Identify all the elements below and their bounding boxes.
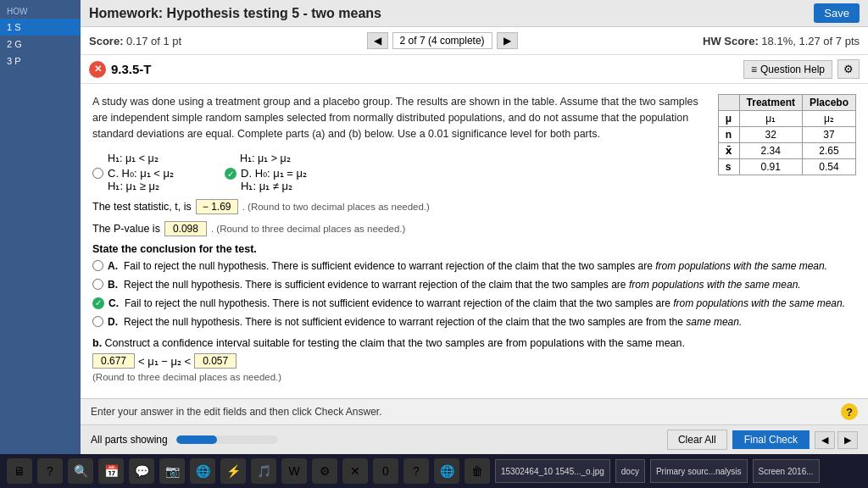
table-cell: 37: [802, 127, 855, 143]
header-bar: Homework: Hypothesis testing 5 - two mea…: [81, 0, 868, 27]
option-b-radio[interactable]: [92, 279, 103, 290]
option-b-letter: B.: [108, 278, 120, 292]
option-d-text: D. H₀: μ₁ = μ₂ H₁: μ₁ ≠ μ₂: [241, 167, 307, 192]
content-area: Treatment Placebo μ μ₁ μ₂ n 32 37: [81, 84, 868, 398]
spacer2: [225, 152, 236, 163]
question-help-button[interactable]: ≡ Question Help: [743, 60, 832, 79]
next-button[interactable]: ▶: [497, 32, 518, 49]
clear-all-button[interactable]: Clear All: [667, 430, 727, 450]
next-arrow-button[interactable]: ▶: [837, 431, 858, 449]
score-label: Score: 0.17 of 1 pt: [89, 35, 181, 47]
taskbar-icon-3[interactable]: 🔍: [68, 458, 93, 484]
taskbar-icon-16[interactable]: 🗑: [465, 458, 490, 484]
hypothesis-left-col: H₁: μ₁ < μ₂ C. H₀: μ₁ < μ₂ H₁: μ₁ ≥ μ₂: [92, 152, 191, 192]
all-parts-label: All parts showing: [91, 434, 168, 446]
all-parts-section: All parts showing: [91, 434, 278, 446]
sidebar-item-2[interactable]: 2 G: [0, 36, 81, 53]
taskbar-icon-12[interactable]: ✕: [342, 458, 368, 484]
option-d[interactable]: ✓ D. H₀: μ₁ = μ₂ H₁: μ₁ ≠ μ₂: [225, 167, 307, 192]
taskbar-icon-6[interactable]: 📷: [159, 458, 185, 484]
taskbar-item-doc-label: docy: [621, 467, 639, 476]
taskbar-icon-9[interactable]: 🎵: [251, 458, 276, 484]
conclusion-option-d[interactable]: D. Reject the null hypothesis. There is …: [92, 315, 856, 330]
taskbar-icon-2[interactable]: ?: [37, 458, 63, 484]
table-header-treatment: Treatment: [739, 95, 802, 111]
taskbar-icon-8[interactable]: ⚡: [220, 458, 246, 484]
hypothesis-right-col: H₁: μ₁ > μ₂ ✓ D. H₀: μ₁ = μ₂ H₁: μ₁ ≠ μ₂: [225, 152, 324, 192]
table-cell: 2.65: [802, 143, 855, 159]
taskbar-item-screen-label: Screen 2016...: [759, 467, 814, 476]
conclusion-option-c[interactable]: ✓ C. Fail to reject the null hypothesis.…: [92, 297, 856, 311]
ci-symbol: < μ₁ − μ₂ <: [138, 355, 191, 368]
option-c-text: C. H₀: μ₁ < μ₂ H₁: μ₁ ≥ μ₂: [108, 167, 174, 192]
ci-upper[interactable]: 0.057: [194, 353, 236, 369]
pvalue-value[interactable]: 0.098: [164, 221, 207, 236]
option-a-text: Fail to reject the null hypothesis. Ther…: [124, 259, 827, 274]
option-a-letter: A.: [108, 259, 120, 274]
pvalue-note: . (Round to three decimal places as need…: [211, 224, 406, 234]
data-table: Treatment Placebo μ μ₁ μ₂ n 32 37: [718, 94, 856, 175]
conclusion-option-a[interactable]: A. Fail to reject the null hypothesis. T…: [92, 259, 856, 274]
progress-bar: [176, 435, 278, 444]
gear-button[interactable]: ⚙: [837, 59, 860, 79]
taskbar-icon-10[interactable]: W: [281, 458, 307, 484]
h1-upper-text: H₁: μ₁ < μ₂: [108, 152, 159, 164]
prev-arrow-button[interactable]: ◀: [815, 431, 835, 449]
footer-bar: Enter your answer in the edit fields and…: [81, 398, 868, 424]
test-statistic-line: The test statistic, t, is − 1.69 . (Roun…: [92, 199, 856, 214]
table-header-empty: [718, 95, 739, 111]
option-d-conclusion-letter: D.: [108, 315, 120, 330]
save-button[interactable]: Save: [814, 3, 860, 23]
taskbar-item-primary[interactable]: Primary sourc...nalysis: [650, 459, 748, 483]
taskbar-icon-5[interactable]: 💬: [129, 458, 154, 484]
option-c-conclusion-letter: C.: [108, 297, 120, 311]
table-cell: n: [718, 127, 739, 143]
taskbar-icon-13[interactable]: 0: [373, 458, 398, 484]
option-a-radio[interactable]: [92, 260, 103, 271]
problem-header: ✕ 9.3.5-T ≡ Question Help ⚙: [81, 55, 868, 84]
left-sidebar: HOW 1 S 2 G 3 P: [0, 0, 81, 454]
data-table-container: Treatment Placebo μ μ₁ μ₂ n 32 37: [718, 94, 856, 175]
prev-button[interactable]: ◀: [367, 32, 388, 49]
ci-note: (Round to three decimal places as needed…: [92, 372, 856, 382]
taskbar-icon-14[interactable]: ?: [403, 458, 429, 484]
h1-right-upper: H₁: μ₁ > μ₂: [225, 152, 324, 164]
score-row: Score: 0.17 of 1 pt ◀ 2 of 7 (4 complete…: [81, 27, 868, 55]
problem-id-text: 9.3.5-T: [111, 62, 152, 76]
part-b-letter: b.: [92, 337, 102, 349]
taskbar-item-doc[interactable]: docy: [615, 459, 645, 483]
hypothesis-options: H₁: μ₁ < μ₂ C. H₀: μ₁ < μ₂ H₁: μ₁ ≥ μ₂: [92, 152, 705, 192]
final-check-button[interactable]: Final Check: [732, 430, 810, 449]
table-cell: μ₁: [739, 111, 802, 127]
option-c-check: ✓: [92, 297, 104, 309]
taskbar-item-image[interactable]: 15302464_10 1545..._o.jpg: [495, 459, 610, 483]
arrow-nav: ◀ ▶: [815, 431, 858, 449]
sidebar-item-3[interactable]: 3 P: [0, 53, 81, 69]
taskbar-icon-11[interactable]: ⚙: [312, 458, 337, 484]
taskbar-chrome-icon[interactable]: 🌐: [190, 458, 215, 484]
table-cell: 2.34: [739, 143, 802, 159]
option-d-conclusion-text: Reject the null hypothesis. There is not…: [124, 315, 742, 330]
taskbar-item-primary-label: Primary sourc...nalysis: [656, 467, 742, 476]
option-d-radio[interactable]: [92, 316, 103, 327]
sidebar-item-1[interactable]: 1 S: [0, 19, 81, 36]
taskbar-icon-15[interactable]: 🌐: [434, 458, 459, 484]
table-cell: 0.54: [802, 159, 855, 175]
test-stat-value[interactable]: − 1.69: [196, 199, 238, 214]
action-bar: All parts showing Clear All Final Check …: [81, 424, 868, 454]
ci-lower[interactable]: 0.677: [92, 353, 135, 369]
table-cell: μ₂: [802, 111, 855, 127]
option-c-radio[interactable]: [92, 168, 103, 179]
table-cell: μ: [718, 111, 739, 127]
taskbar-item-screen[interactable]: Screen 2016...: [753, 459, 820, 483]
spacer: [92, 152, 103, 163]
option-c[interactable]: C. H₀: μ₁ < μ₂ H₁: μ₁ ≥ μ₂: [92, 167, 174, 192]
page-indicator[interactable]: 2 of 7 (4 complete): [392, 32, 492, 49]
option-c-h0: C. H₀: μ₁ < μ₂: [108, 167, 174, 180]
taskbar-finder-icon[interactable]: 🖥: [7, 458, 32, 484]
conclusion-option-b[interactable]: B. Reject the null hypothesis. There is …: [92, 278, 856, 292]
test-stat-note: . (Round to two decimal places as needed…: [242, 202, 430, 212]
sidebar-label: HOW: [0, 4, 81, 19]
taskbar-icon-4[interactable]: 📅: [98, 458, 124, 484]
help-icon[interactable]: ?: [841, 403, 858, 420]
